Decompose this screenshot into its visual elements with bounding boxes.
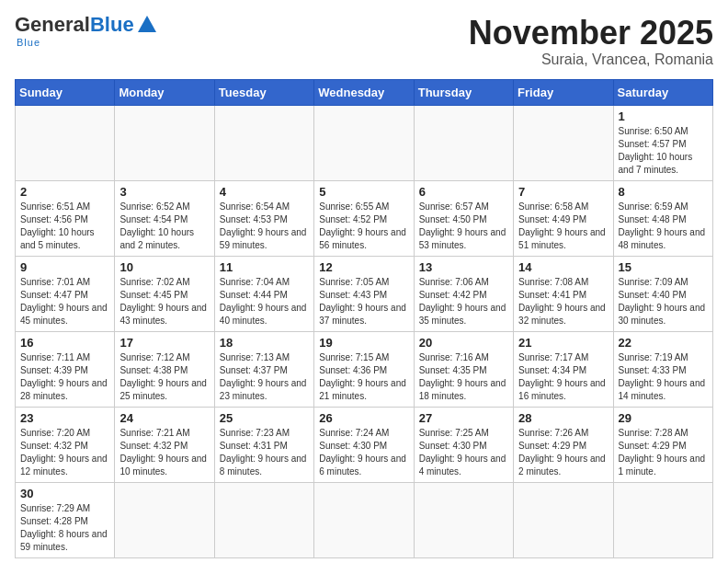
day-info: Sunrise: 7:13 AM Sunset: 4:37 PM Dayligh…: [220, 351, 309, 403]
weekday-header-wednesday: Wednesday: [314, 79, 414, 105]
calendar-cell: 18Sunrise: 7:13 AM Sunset: 4:37 PM Dayli…: [214, 331, 313, 407]
calendar-cell: [613, 482, 712, 557]
calendar-cell: 24Sunrise: 7:21 AM Sunset: 4:32 PM Dayli…: [115, 407, 214, 482]
calendar-cell: 2Sunrise: 6:51 AM Sunset: 4:56 PM Daylig…: [16, 180, 115, 256]
calendar-header-row: SundayMondayTuesdayWednesdayThursdayFrid…: [16, 79, 713, 105]
day-info: Sunrise: 7:02 AM Sunset: 4:45 PM Dayligh…: [119, 276, 209, 327]
calendar-cell: 29Sunrise: 7:28 AM Sunset: 4:29 PM Dayli…: [613, 407, 712, 482]
day-number: 5: [319, 185, 408, 199]
calendar-cell: 9Sunrise: 7:01 AM Sunset: 4:47 PM Daylig…: [16, 256, 115, 331]
day-info: Sunrise: 6:58 AM Sunset: 4:49 PM Dayligh…: [518, 201, 608, 252]
weekday-header-thursday: Thursday: [414, 79, 513, 105]
day-info: Sunrise: 7:28 AM Sunset: 4:29 PM Dayligh…: [619, 427, 708, 478]
day-info: Sunrise: 7:23 AM Sunset: 4:31 PM Dayligh…: [220, 427, 309, 478]
day-number: 26: [319, 411, 408, 425]
day-number: 17: [119, 336, 209, 350]
day-number: 12: [319, 260, 408, 274]
day-info: Sunrise: 7:29 AM Sunset: 4:28 PM Dayligh…: [20, 502, 109, 554]
day-number: 10: [119, 260, 209, 274]
day-info: Sunrise: 6:50 AM Sunset: 4:57 PM Dayligh…: [619, 125, 708, 177]
day-info: Sunrise: 7:21 AM Sunset: 4:32 PM Dayligh…: [119, 427, 209, 478]
calendar-cell: 28Sunrise: 7:26 AM Sunset: 4:29 PM Dayli…: [514, 407, 613, 482]
weekday-header-saturday: Saturday: [613, 79, 712, 105]
calendar-cell: [414, 105, 513, 180]
calendar-week-row: 9Sunrise: 7:01 AM Sunset: 4:47 PM Daylig…: [16, 256, 713, 331]
calendar-cell: [115, 105, 214, 180]
day-info: Sunrise: 7:04 AM Sunset: 4:44 PM Dayligh…: [220, 276, 309, 327]
calendar-cell: 7Sunrise: 6:58 AM Sunset: 4:49 PM Daylig…: [514, 180, 613, 256]
day-number: 6: [419, 185, 508, 199]
calendar-cell: 10Sunrise: 7:02 AM Sunset: 4:45 PM Dayli…: [115, 256, 214, 331]
day-info: Sunrise: 6:54 AM Sunset: 4:53 PM Dayligh…: [220, 201, 309, 252]
calendar-cell: [214, 105, 313, 180]
day-number: 29: [619, 411, 708, 425]
calendar-week-row: 16Sunrise: 7:11 AM Sunset: 4:39 PM Dayli…: [16, 331, 713, 407]
weekday-header-sunday: Sunday: [16, 79, 115, 105]
calendar-cell: 11Sunrise: 7:04 AM Sunset: 4:44 PM Dayli…: [214, 256, 313, 331]
calendar-cell: 23Sunrise: 7:20 AM Sunset: 4:32 PM Dayli…: [16, 407, 115, 482]
day-info: Sunrise: 7:11 AM Sunset: 4:39 PM Dayligh…: [20, 351, 109, 403]
day-number: 30: [20, 487, 109, 500]
day-number: 23: [20, 411, 109, 425]
day-info: Sunrise: 7:08 AM Sunset: 4:41 PM Dayligh…: [518, 276, 608, 327]
calendar-cell: 4Sunrise: 6:54 AM Sunset: 4:53 PM Daylig…: [214, 180, 313, 256]
day-info: Sunrise: 7:26 AM Sunset: 4:29 PM Dayligh…: [518, 427, 608, 478]
weekday-header-monday: Monday: [115, 79, 214, 105]
logo-blue: Blue: [90, 15, 134, 35]
day-info: Sunrise: 7:20 AM Sunset: 4:32 PM Dayligh…: [20, 427, 109, 478]
calendar-cell: 12Sunrise: 7:05 AM Sunset: 4:43 PM Dayli…: [314, 256, 414, 331]
calendar-cell: [115, 482, 214, 557]
day-info: Sunrise: 7:12 AM Sunset: 4:38 PM Dayligh…: [119, 351, 209, 403]
day-number: 27: [419, 411, 508, 425]
calendar-cell: [314, 105, 414, 180]
day-info: Sunrise: 7:17 AM Sunset: 4:34 PM Dayligh…: [518, 351, 608, 403]
day-number: 18: [220, 336, 309, 350]
calendar-cell: 3Sunrise: 6:52 AM Sunset: 4:54 PM Daylig…: [115, 180, 214, 256]
day-number: 7: [518, 185, 608, 199]
calendar-cell: 15Sunrise: 7:09 AM Sunset: 4:40 PM Dayli…: [613, 256, 712, 331]
logo-subtitle: Blue: [17, 37, 40, 48]
calendar-cell: 30Sunrise: 7:29 AM Sunset: 4:28 PM Dayli…: [16, 482, 115, 557]
calendar-cell: 21Sunrise: 7:17 AM Sunset: 4:34 PM Dayli…: [514, 331, 613, 407]
day-number: 25: [220, 411, 309, 425]
day-number: 19: [319, 336, 408, 350]
day-number: 2: [20, 185, 109, 199]
calendar-cell: 1Sunrise: 6:50 AM Sunset: 4:57 PM Daylig…: [613, 105, 712, 180]
calendar-cell: [414, 482, 513, 557]
day-number: 22: [619, 336, 708, 350]
day-info: Sunrise: 7:09 AM Sunset: 4:40 PM Dayligh…: [619, 276, 708, 327]
calendar-cell: [514, 105, 613, 180]
calendar-cell: 26Sunrise: 7:24 AM Sunset: 4:30 PM Dayli…: [314, 407, 414, 482]
calendar-week-row: 2Sunrise: 6:51 AM Sunset: 4:56 PM Daylig…: [16, 180, 713, 256]
day-number: 20: [419, 336, 508, 350]
title-block: November 2025 Suraia, Vrancea, Romania: [469, 15, 713, 68]
weekday-header-friday: Friday: [514, 79, 613, 105]
day-number: 24: [119, 411, 209, 425]
calendar-cell: 22Sunrise: 7:19 AM Sunset: 4:33 PM Dayli…: [613, 331, 712, 407]
day-info: Sunrise: 7:15 AM Sunset: 4:36 PM Dayligh…: [319, 351, 408, 403]
day-info: Sunrise: 7:06 AM Sunset: 4:42 PM Dayligh…: [419, 276, 508, 327]
calendar-cell: 27Sunrise: 7:25 AM Sunset: 4:30 PM Dayli…: [414, 407, 513, 482]
calendar-cell: 13Sunrise: 7:06 AM Sunset: 4:42 PM Dayli…: [414, 256, 513, 331]
calendar-week-row: 23Sunrise: 7:20 AM Sunset: 4:32 PM Dayli…: [16, 407, 713, 482]
day-number: 15: [619, 260, 708, 274]
calendar-week-row: 1Sunrise: 6:50 AM Sunset: 4:57 PM Daylig…: [16, 105, 713, 180]
calendar-cell: 16Sunrise: 7:11 AM Sunset: 4:39 PM Dayli…: [16, 331, 115, 407]
day-number: 11: [220, 260, 309, 274]
calendar-cell: 20Sunrise: 7:16 AM Sunset: 4:35 PM Dayli…: [414, 331, 513, 407]
calendar-cell: 17Sunrise: 7:12 AM Sunset: 4:38 PM Dayli…: [115, 331, 214, 407]
location-title: Suraia, Vrancea, Romania: [469, 52, 713, 68]
day-info: Sunrise: 7:25 AM Sunset: 4:30 PM Dayligh…: [419, 427, 508, 478]
weekday-header-tuesday: Tuesday: [214, 79, 313, 105]
day-info: Sunrise: 7:05 AM Sunset: 4:43 PM Dayligh…: [319, 276, 408, 327]
calendar-cell: [214, 482, 313, 557]
logo-general: General: [15, 15, 90, 35]
logo: GeneralBlue Blue: [15, 15, 156, 48]
day-number: 16: [20, 336, 109, 350]
day-info: Sunrise: 7:24 AM Sunset: 4:30 PM Dayligh…: [319, 427, 408, 478]
day-info: Sunrise: 6:57 AM Sunset: 4:50 PM Dayligh…: [419, 201, 508, 252]
day-number: 8: [619, 185, 708, 199]
day-number: 28: [518, 411, 608, 425]
day-info: Sunrise: 6:52 AM Sunset: 4:54 PM Dayligh…: [119, 201, 209, 252]
day-info: Sunrise: 7:16 AM Sunset: 4:35 PM Dayligh…: [419, 351, 508, 403]
